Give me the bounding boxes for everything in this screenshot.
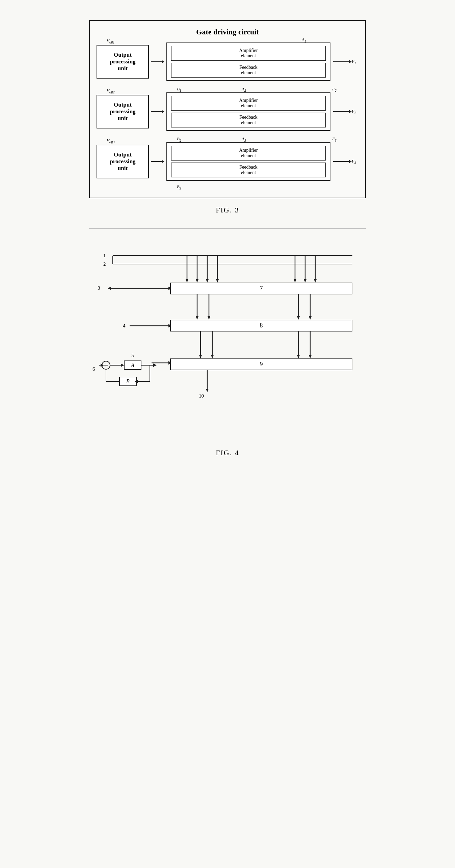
svg-marker-3 — [349, 60, 352, 63]
svg-marker-37 — [199, 355, 202, 358]
b3-label: B3 — [177, 184, 181, 190]
inner-boxes-2: Amplifierelement Feedbackelement — [171, 96, 326, 127]
svg-marker-35 — [309, 316, 312, 320]
num-10: 10 — [199, 393, 204, 399]
arrow-opu1 — [151, 58, 164, 65]
svg-marker-58 — [121, 364, 124, 367]
fig3-caption: FIG. 3 — [89, 206, 366, 214]
num-4: 4 — [123, 323, 126, 329]
a1-label: A1 — [302, 37, 306, 43]
svg-marker-1 — [162, 60, 164, 63]
svg-marker-23 — [294, 279, 296, 283]
svg-marker-31 — [208, 316, 210, 320]
fig4-svg — [89, 245, 366, 441]
arrow-opu2 — [151, 108, 164, 115]
amplifier-2: Amplifierelement — [171, 96, 326, 111]
svg-marker-45 — [206, 389, 209, 392]
b2-label: B2 — [177, 136, 181, 142]
circuit-svg: A B — [99, 350, 170, 394]
opu-box-3: Outputprocessingunit — [97, 145, 149, 178]
svg-text:B: B — [126, 378, 130, 384]
output-arrow-1 — [333, 58, 352, 65]
b3-label-row: B3 — [97, 184, 358, 191]
b2-a3-labels: B2 A3 F3 — [97, 136, 358, 141]
svg-marker-5 — [162, 110, 164, 113]
opu-box-2: Outputprocessingunit — [97, 95, 149, 128]
fig4-caption: FIG. 4 — [89, 449, 366, 457]
a2-top-label: A2 — [242, 86, 246, 92]
inner-boxes-3: Amplifierelement Feedbackelement — [171, 146, 326, 177]
feedback-3: Feedbackelement — [171, 163, 326, 177]
inner-boxes-1: Amplifierelement Feedbackelement — [171, 46, 326, 78]
output-arrow-2 — [333, 108, 352, 115]
svg-marker-62 — [153, 364, 157, 367]
f2-label: F2 — [352, 109, 358, 115]
fig3-row-1: Voff1 Outputprocessingunit A1 Amplifiere… — [97, 42, 358, 81]
f3-label: F3 — [352, 158, 358, 165]
fig4-container: 7 8 9 1 2 3 4 5 6 10 — [89, 245, 366, 467]
fig3-title: Gate driving circuit — [97, 28, 358, 36]
voff1-label: Voff1 — [107, 38, 115, 44]
svg-marker-11 — [349, 160, 352, 163]
svg-marker-21 — [216, 279, 219, 283]
svg-marker-7 — [349, 110, 352, 113]
bar-7: 7 — [170, 283, 352, 294]
bar-8: 8 — [170, 320, 352, 331]
divider — [89, 228, 366, 229]
num-3: 3 — [98, 285, 100, 291]
voff3-label: Voff3 — [107, 138, 115, 144]
svg-marker-39 — [211, 355, 214, 358]
num-6: 6 — [92, 366, 95, 372]
stage-box-1: A1 Amplifierelement Feedbackelement — [166, 42, 330, 81]
feedback-1: Feedbackelement — [171, 63, 326, 78]
num-1: 1 — [103, 253, 106, 259]
stage-box-3: Amplifierelement Feedbackelement — [166, 142, 330, 181]
fig3-outer-box: Gate driving circuit Voff1 Outputprocess… — [89, 20, 366, 198]
num-2: 2 — [103, 261, 106, 267]
b1-a2-labels: B1 A2 F2 — [97, 86, 358, 91]
bar-9: 9 — [170, 358, 352, 370]
svg-text:A: A — [131, 362, 134, 368]
svg-marker-43 — [309, 355, 312, 358]
svg-marker-47 — [108, 287, 111, 290]
feedback-2: Feedbackelement — [171, 113, 326, 127]
svg-marker-9 — [162, 160, 164, 163]
svg-marker-29 — [196, 316, 198, 320]
fig3-row-2: Voff2 Outputprocessingunit Amplifierelem… — [97, 92, 358, 131]
svg-marker-19 — [206, 279, 209, 283]
a3-top-label: A3 — [242, 136, 246, 142]
arrow-opu3 — [151, 158, 164, 165]
svg-marker-27 — [314, 279, 317, 283]
f1-label: F1 — [352, 59, 358, 65]
svg-marker-15 — [186, 279, 188, 283]
svg-marker-41 — [297, 355, 300, 358]
f2-top-label: F2 — [332, 86, 337, 92]
amplifier-3: Amplifierelement — [171, 146, 326, 161]
f3-top-label: F3 — [332, 136, 337, 142]
svg-marker-25 — [304, 279, 306, 283]
svg-marker-17 — [196, 279, 198, 283]
opu-box-1: Outputprocessingunit — [97, 45, 149, 79]
fig4-inner: 7 8 9 1 2 3 4 5 6 10 — [89, 245, 366, 441]
voff2-label: Voff2 — [107, 88, 115, 94]
b1-label: B1 — [177, 86, 181, 92]
amplifier-1: Amplifierelement — [171, 46, 326, 61]
svg-marker-33 — [297, 316, 300, 320]
circuit-diagram: A B — [99, 350, 170, 395]
fig3-row-3: Voff3 Outputprocessingunit Amplifierelem… — [97, 142, 358, 181]
stage-box-2: Amplifierelement Feedbackelement — [166, 92, 330, 131]
fig3-container: Gate driving circuit Voff1 Outputprocess… — [89, 20, 366, 225]
output-arrow-3 — [333, 158, 352, 165]
